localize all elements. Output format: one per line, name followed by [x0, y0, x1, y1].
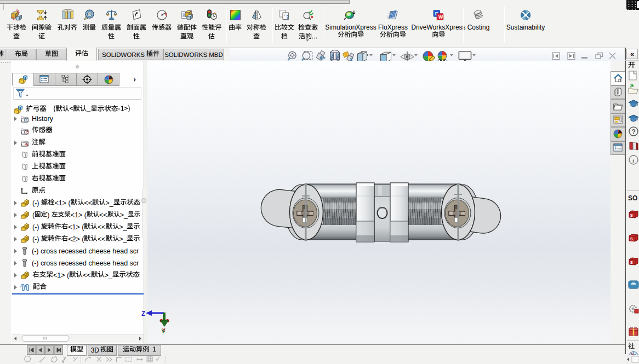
svg-text:S: S [630, 213, 633, 217]
svg-text:?: ? [632, 128, 636, 136]
svg-text:S: S [630, 261, 633, 264]
svg-text:W: W [438, 14, 443, 20]
svg-text:i: i [632, 157, 634, 164]
svg-text:?: ? [286, 14, 288, 20]
svg-text:Z: Z [141, 310, 145, 318]
svg-text:Y: Y [162, 328, 166, 335]
svg-text:A: A [25, 142, 28, 147]
svg-text:S: S [630, 237, 633, 241]
